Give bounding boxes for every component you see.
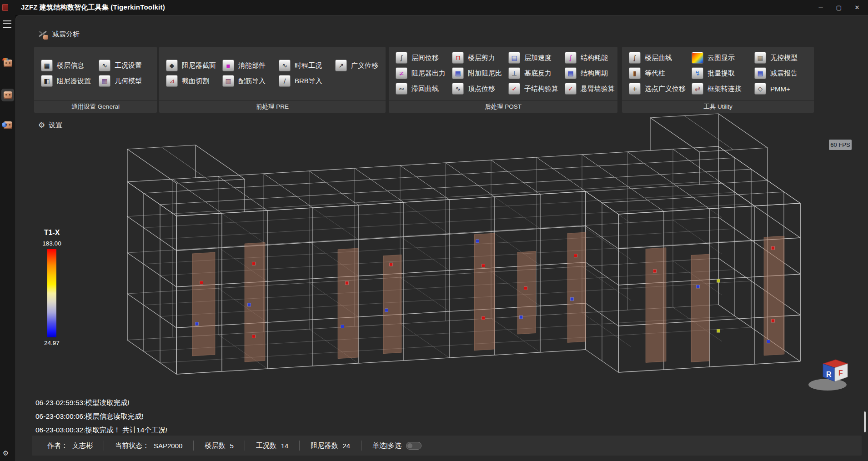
ribbon-button-基底反力[interactable]: ⊥基底反力 xyxy=(502,65,558,81)
svg-text:R: R xyxy=(826,371,832,378)
ribbon-button-层间位移[interactable]: ∫层间位移 xyxy=(389,50,445,65)
ribbon-button-减震报告[interactable]: ▤减震报告 xyxy=(748,65,810,81)
ribbon-button-PMM+[interactable]: ◇PMM+ xyxy=(748,81,810,96)
ribbon-button-广义位移[interactable]: ↗广义位移 xyxy=(328,58,385,73)
tab-damping-analysis[interactable]: 减震分析 xyxy=(37,29,80,40)
damping-analysis-icon xyxy=(37,29,48,40)
close-button[interactable]: ✕ xyxy=(848,0,866,15)
load-case-icon: ∿ xyxy=(99,60,110,71)
tiger-globe-icon xyxy=(4,121,12,129)
ribbon-button-层加速度[interactable]: ▤层加速度 xyxy=(502,50,558,65)
legend-min-value: 24.97 xyxy=(29,340,75,346)
maximize-button[interactable]: ▢ xyxy=(830,0,848,15)
settings-row[interactable]: ⚙ 设置 xyxy=(38,119,62,131)
main-panel: RF 减震分析 ▦楼层信息◧阻尼器设置∿工况设置▦几何模型通用设置 Genera… xyxy=(15,15,868,461)
ribbon-button-截面切割[interactable]: ⊿截面切割 xyxy=(159,73,216,89)
section-cut-icon: ⊿ xyxy=(166,75,178,87)
ribbon-button-滞回曲线[interactable]: ∾滞回曲线 xyxy=(389,81,445,96)
ribbon-button-几何模型[interactable]: ▦几何模型 xyxy=(92,73,150,89)
brb-import-icon: ∕ xyxy=(279,75,291,87)
ribbon-button-选点广义位移[interactable]: +选点广义位移 xyxy=(622,81,685,96)
ribbon-button-label: 顶点位移 xyxy=(468,85,495,93)
ribbon-button-label: 基底反力 xyxy=(524,69,552,78)
ribbon-button-label: 截面切割 xyxy=(182,77,209,85)
ribbon-button-label: 楼层信息 xyxy=(57,61,84,70)
status-field-label: 作者： xyxy=(47,441,68,450)
ribbon-button-label: 悬臂墙验算 xyxy=(581,85,615,93)
damper-settings-icon: ◧ xyxy=(41,75,53,87)
ribbon-button-附加阻尼比[interactable]: ▤附加阻尼比 xyxy=(445,65,502,81)
period-doc-icon: ▤ xyxy=(565,67,577,79)
ribbon-button-配筋导入[interactable]: ▥配筋导入 xyxy=(216,73,272,89)
select-mode-label: 单选|多选 xyxy=(372,441,401,450)
ribbon-group-2: ∫层间位移≠阻尼器出力∾滞回曲线⊓楼层剪力▤附加阻尼比∿顶点位移▤层加速度⊥基底… xyxy=(389,47,617,113)
pick-point-disp-icon: + xyxy=(629,83,641,95)
status-field-value: 文志彬 xyxy=(72,441,93,450)
ribbon-button-label: 结构耗能 xyxy=(581,54,608,62)
menu-icon[interactable] xyxy=(3,20,11,28)
ribbon-button-楼层曲线[interactable]: ∫楼层曲线 xyxy=(622,50,685,65)
log-line: 06-23-03:00:32:提取完成！ 共计14个工况! xyxy=(35,423,167,437)
adr-doc-icon: ▤ xyxy=(452,67,464,79)
rebar-import-icon: ▥ xyxy=(222,75,234,87)
ribbon-button-label: 子结构验算 xyxy=(524,85,558,93)
ribbon-button-楼层信息[interactable]: ▦楼层信息 xyxy=(34,58,92,73)
ribbon-button-阻尼器截面[interactable]: ◆阻尼器截面 xyxy=(159,58,216,73)
app-window: { "titlebar": { "title": "JZFZ 建筑结构数智化工具… xyxy=(0,0,868,461)
ribbon-button-label: 消能部件 xyxy=(238,61,266,70)
sidebar-gear-icon[interactable]: ⚙ xyxy=(3,449,9,457)
energy-curve-icon: ∫ xyxy=(565,52,577,64)
ribbon-button-label: 广义位移 xyxy=(351,61,378,70)
ribbon-button-label: BRB导入 xyxy=(295,77,322,85)
ribbon-button-label: 框架转连接 xyxy=(707,85,742,93)
ribbon-button-子结构验算[interactable]: ✓子结构验算 xyxy=(502,81,558,96)
ribbon-button-label: 阻尼器设置 xyxy=(57,77,91,85)
ribbon-button-批量提取[interactable]: ↯批量提取 xyxy=(685,65,748,81)
ribbon-button-label: 等代柱 xyxy=(645,69,665,78)
ribbon-button-时程工况[interactable]: ∿时程工况 xyxy=(272,58,328,73)
status-field-value: SAP2000 xyxy=(154,442,182,450)
minimize-button[interactable]: ─ xyxy=(812,0,830,15)
ribbon-button-BRB导入[interactable]: ∕BRB导入 xyxy=(272,73,328,89)
sidebar-item-tool-3[interactable] xyxy=(1,119,14,131)
legend-max-value: 183.00 xyxy=(29,240,75,247)
scrollbar-handle[interactable] xyxy=(864,411,866,432)
ribbon-button-云图显示[interactable]: 云图显示 xyxy=(685,50,748,65)
generalized-disp-icon: ↗ xyxy=(335,60,347,71)
status-field: 阻尼器数24 xyxy=(300,441,361,450)
uncontrolled-model-icon: ▦ xyxy=(754,52,766,64)
ribbon-group-1: ◆阻尼器截面⊿截面切割▪消能部件▥配筋导入∿时程工况∕BRB导入↗广义位移前处理… xyxy=(159,47,386,113)
ribbon-button-阻尼器出力[interactable]: ≠阻尼器出力 xyxy=(389,65,445,81)
settings-label: 设置 xyxy=(49,121,62,130)
time-history-icon: ∿ xyxy=(279,60,291,71)
pmm-icon: ◇ xyxy=(754,83,766,95)
ribbon-button-结构耗能[interactable]: ∫结构耗能 xyxy=(558,50,614,65)
status-field-label: 工况数 xyxy=(256,441,276,450)
sidebar-item-tool-1[interactable] xyxy=(1,57,14,70)
energy-part-icon: ▪ xyxy=(222,60,234,71)
ribbon-button-label: 阻尼器截面 xyxy=(182,61,216,70)
color-legend: T1-X 183.00 24.97 xyxy=(29,229,75,346)
ribbon-button-消能部件[interactable]: ▪消能部件 xyxy=(216,58,272,73)
ribbon-button-无控模型[interactable]: ▦无控模型 xyxy=(748,50,810,65)
ribbon-button-label: 附加阻尼比 xyxy=(468,69,502,78)
ribbon-button-等代柱[interactable]: ▮等代柱 xyxy=(622,65,685,81)
select-mode-toggle[interactable] xyxy=(406,442,421,450)
ribbon-button-结构周期[interactable]: ▤结构周期 xyxy=(558,65,614,81)
damper-force-icon: ≠ xyxy=(396,67,407,79)
svg-text:F: F xyxy=(838,369,843,377)
ribbon-button-楼层剪力[interactable]: ⊓楼层剪力 xyxy=(445,50,502,65)
ribbon-button-顶点位移[interactable]: ∿顶点位移 xyxy=(445,81,502,96)
app-logo-icon xyxy=(2,4,8,11)
report-icon: ▤ xyxy=(754,67,766,79)
ribbon-group-label: 后处理 POST xyxy=(389,100,617,113)
ribbon-button-悬臂墙验算[interactable]: ✓悬臂墙验算 xyxy=(558,81,614,96)
ribbon-button-工况设置[interactable]: ∿工况设置 xyxy=(92,58,150,73)
tiger-tool-icon xyxy=(4,91,12,99)
sidebar-item-damping-analysis[interactable] xyxy=(1,89,14,101)
ribbon-button-阻尼器设置[interactable]: ◧阻尼器设置 xyxy=(34,73,92,89)
ribbon-button-label: 楼层剪力 xyxy=(468,54,495,62)
base-reaction-icon: ⊥ xyxy=(508,67,520,79)
ribbon-group-3: ∫楼层曲线▮等代柱+选点广义位移云图显示↯批量提取⇄框架转连接▦无控模型▤减震报… xyxy=(622,47,814,113)
ribbon-button-框架转连接[interactable]: ⇄框架转连接 xyxy=(685,81,748,96)
